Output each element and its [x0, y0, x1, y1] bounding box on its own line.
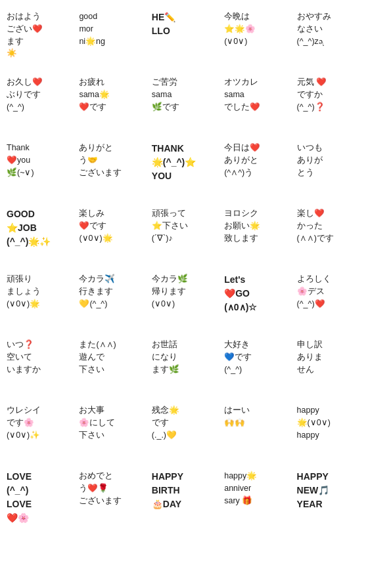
cell-text-6: お久し❤️ ぶりです (^_^)	[7, 76, 43, 113]
sticker-cell-35[interactable]: happy 🌟(∨0∨) happy	[293, 399, 365, 465]
cell-text-14: 今日は❤️ ありがと (^∧^)う	[224, 142, 260, 178]
sticker-cell-29[interactable]: 大好き 💙です (^_^)	[220, 333, 292, 399]
sticker-cell-18[interactable]: 頑張って ⭐下さい (´∇`)♪	[148, 202, 220, 268]
sticker-cell-30[interactable]: 申し訳 ありま せん	[293, 333, 365, 399]
cell-text-10: 元気 ❤️ ですか (^_^)❓	[297, 76, 327, 113]
sticker-cell-23[interactable]: 今カラ🌿 帰ります (∨0∨)	[148, 268, 220, 333]
sticker-cell-10[interactable]: 元気 ❤️ ですか (^_^)❓	[293, 71, 365, 136]
cell-text-3: HE✏️ LLO	[152, 10, 175, 38]
sticker-cell-26[interactable]: いつ❓ 空いて いますか	[3, 333, 75, 399]
cell-text-31: ウレシイ です🌸 (∨0∨)✨	[7, 404, 41, 441]
cell-text-23: 今カラ🌿 帰ります (∨0∨)	[152, 273, 188, 310]
cell-text-20: 楽し❤️ かった (∧∧)です	[297, 207, 334, 244]
sticker-cell-20[interactable]: 楽し❤️ かった (∧∧)です	[293, 202, 365, 268]
cell-text-9: オツカレ sama でした❤️	[224, 76, 260, 113]
cell-text-22: 今カラ✈️ 行きます 💛(^_^)	[79, 273, 115, 310]
sticker-cell-21[interactable]: 頑張り ましょう (∨0∨)🌟	[3, 268, 75, 333]
sticker-cell-31[interactable]: ウレシイ です🌸 (∨0∨)✨	[3, 399, 75, 465]
cell-text-11: Thank ❤️you 🌿(~∨)	[7, 142, 34, 178]
sticker-cell-1[interactable]: おはよう ござい❤️ ます ☀️	[3, 5, 75, 71]
sticker-cell-25[interactable]: よろしく 🌸デス (^_^)❤️	[293, 268, 365, 333]
sticker-cell-15[interactable]: いつも ありが とう	[293, 136, 365, 202]
cell-text-30: 申し訳 ありま せん	[297, 339, 323, 375]
cell-text-33: 残念🌟 です (._.)💛	[152, 404, 179, 441]
sticker-cell-4[interactable]: 今晩は ⭐🌟🌸 (∨0∨)	[220, 5, 292, 71]
cell-text-39: happy🌟 anniver sary 🎁	[224, 470, 257, 507]
sticker-cell-3[interactable]: HE✏️ LLO	[148, 5, 220, 71]
cell-text-29: 大好き 💙です (^_^)	[224, 339, 252, 375]
sticker-grid: おはよう ござい❤️ ます ☀️good mor ni🌟ngHE✏️ LLO今晩…	[0, 0, 368, 536]
cell-text-16: GOOD ⭐JOB (^_^)🌟✨	[7, 207, 51, 249]
sticker-cell-28[interactable]: お世話 になり ます🌿	[148, 333, 220, 399]
cell-text-1: おはよう ござい❤️ ます ☀️	[7, 10, 43, 60]
cell-text-12: ありがと う🤝 ございます	[79, 142, 122, 178]
sticker-cell-13[interactable]: THANK 🌟(^_^)⭐ YOU	[148, 136, 220, 202]
cell-text-18: 頑張って ⭐下さい (´∇`)♪	[152, 207, 188, 244]
sticker-cell-8[interactable]: ご苦労 sama 🌿です	[148, 71, 220, 136]
sticker-cell-19[interactable]: ヨロシク お願い🌟 致します	[220, 202, 292, 268]
cell-text-17: 楽しみ ❤️です (∨0∨)🌟	[79, 207, 112, 244]
sticker-cell-38[interactable]: HAPPY BIRTH 🎂DAY	[148, 465, 220, 530]
cell-text-2: good mor ni🌟ng	[79, 10, 105, 47]
sticker-cell-16[interactable]: GOOD ⭐JOB (^_^)🌟✨	[3, 202, 75, 268]
sticker-cell-9[interactable]: オツカレ sama でした❤️	[220, 71, 292, 136]
sticker-cell-40[interactable]: HAPPY NEW🎵 YEAR	[293, 465, 365, 530]
sticker-cell-36[interactable]: LOVE (^_^) LOVE ❤️🌸	[3, 465, 75, 530]
sticker-cell-6[interactable]: お久し❤️ ぶりです (^_^)	[3, 71, 75, 136]
cell-text-28: お世話 になり ます🌿	[152, 339, 179, 375]
sticker-cell-39[interactable]: happy🌟 anniver sary 🎁	[220, 465, 292, 530]
sticker-cell-17[interactable]: 楽しみ ❤️です (∨0∨)🌟	[75, 202, 147, 268]
cell-text-40: HAPPY NEW🎵 YEAR	[297, 470, 330, 511]
sticker-cell-14[interactable]: 今日は❤️ ありがと (^∧^)う	[220, 136, 292, 202]
sticker-cell-7[interactable]: お疲れ sama🌟 ❤️です	[75, 71, 147, 136]
cell-text-35: happy 🌟(∨0∨) happy	[297, 404, 331, 441]
cell-text-21: 頑張り ましょう (∨0∨)🌟	[7, 273, 41, 310]
cell-text-19: ヨロシク お願い🌟 致します	[224, 207, 260, 244]
cell-text-26: いつ❓ 空いて いますか	[7, 339, 41, 375]
sticker-cell-34[interactable]: はーい 🙌🙌	[220, 399, 292, 465]
cell-text-36: LOVE (^_^) LOVE ❤️🌸	[7, 470, 32, 525]
sticker-cell-5[interactable]: おやすみ なさい (^_^)zᶕ	[293, 5, 365, 71]
sticker-cell-11[interactable]: Thank ❤️you 🌿(~∨)	[3, 136, 75, 202]
cell-text-15: いつも ありが とう	[297, 142, 323, 178]
cell-text-4: 今晩は ⭐🌟🌸 (∨0∨)	[224, 10, 256, 47]
cell-text-34: はーい 🙌🙌	[224, 404, 250, 429]
sticker-cell-33[interactable]: 残念🌟 です (._.)💛	[148, 399, 220, 465]
cell-text-25: よろしく 🌸デス (^_^)❤️	[297, 273, 331, 310]
cell-text-7: お疲れ sama🌟 ❤️です	[79, 76, 110, 113]
sticker-cell-37[interactable]: おめでと う❤️🌹 ございます	[75, 465, 147, 530]
cell-text-38: HAPPY BIRTH 🎂DAY	[152, 470, 183, 511]
cell-text-27: また(∧∧) 遊んで 下さい	[79, 339, 116, 375]
sticker-cell-27[interactable]: また(∧∧) 遊んで 下さい	[75, 333, 147, 399]
cell-text-5: おやすみ なさい (^_^)zᶕ	[297, 10, 331, 47]
sticker-cell-12[interactable]: ありがと う🤝 ございます	[75, 136, 147, 202]
cell-text-8: ご苦労 sama 🌿です	[152, 76, 179, 113]
cell-text-24: Let's ❤️GO (∧0∧)☆	[224, 273, 257, 314]
sticker-cell-22[interactable]: 今カラ✈️ 行きます 💛(^_^)	[75, 268, 147, 333]
sticker-cell-24[interactable]: Let's ❤️GO (∧0∧)☆	[220, 268, 292, 333]
sticker-cell-2[interactable]: good mor ni🌟ng	[75, 5, 147, 71]
sticker-cell-32[interactable]: お大事 🌸にして 下さい	[75, 399, 147, 465]
cell-text-32: お大事 🌸にして 下さい	[79, 404, 115, 441]
cell-text-37: おめでと う❤️🌹 ございます	[79, 470, 122, 507]
cell-text-13: THANK 🌟(^_^)⭐ YOU	[152, 142, 196, 183]
